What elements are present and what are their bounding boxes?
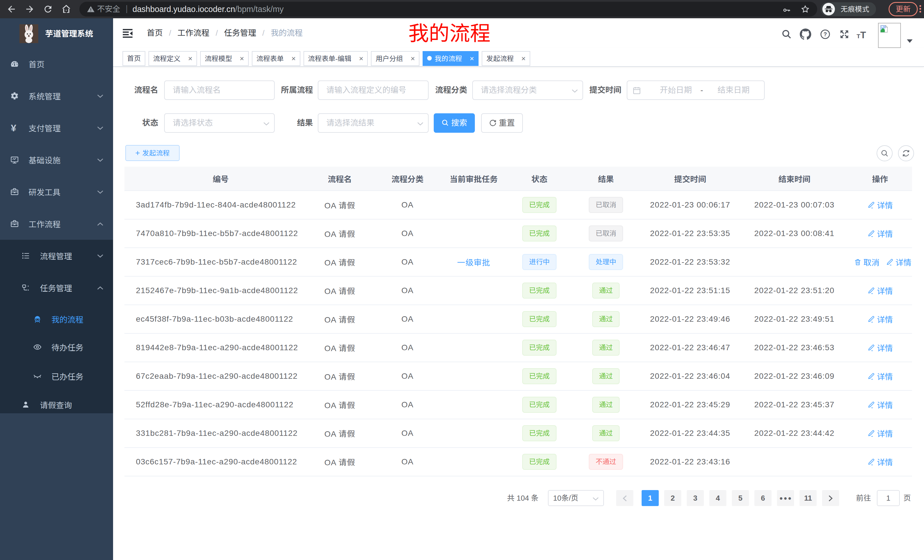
- svg-text:?: ?: [824, 31, 827, 37]
